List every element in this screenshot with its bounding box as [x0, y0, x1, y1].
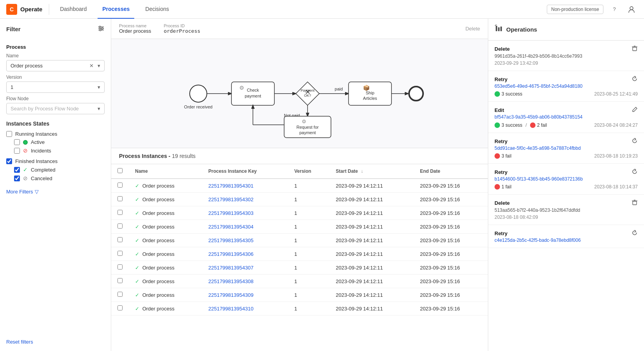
- row-select-checkbox[interactable]: [117, 183, 123, 188]
- row-select-checkbox[interactable]: [117, 196, 123, 201]
- process-instance-link[interactable]: 2251799813954308: [208, 278, 254, 284]
- filter-settings-icon[interactable]: [98, 25, 105, 33]
- row-key[interactable]: 2251799813954306: [202, 247, 288, 261]
- row-version: 1: [288, 247, 329, 261]
- app-logo[interactable]: C Operate: [6, 4, 49, 15]
- completed-checkbox[interactable]: ✓ Completed: [14, 165, 105, 174]
- row-key[interactable]: 2251799813954305: [202, 234, 288, 247]
- row-select-checkbox[interactable]: [117, 223, 123, 229]
- row-end-date: 2023-09-29 15:16: [414, 302, 488, 316]
- process-instance-link[interactable]: 2251799813954304: [208, 224, 254, 230]
- more-filters-button[interactable]: More Filters ▽: [6, 189, 105, 195]
- row-select-checkbox[interactable]: [117, 305, 123, 310]
- version-select[interactable]: 1 ▾: [6, 82, 105, 93]
- row-key[interactable]: 2251799813954304: [202, 220, 288, 234]
- clear-process-icon[interactable]: ✕: [89, 63, 94, 69]
- row-name: ✓ Order process: [129, 234, 202, 247]
- row-key[interactable]: 2251799813954307: [202, 261, 288, 275]
- row-checkbox-cell[interactable]: [111, 220, 129, 234]
- sidebar-title: Filter: [6, 26, 21, 32]
- process-name-value: Order process: [11, 63, 43, 69]
- row-key[interactable]: 2251799813954310: [202, 302, 288, 316]
- running-instances-checkbox[interactable]: Running Instances: [6, 130, 105, 138]
- row-key[interactable]: 2251799813954302: [202, 193, 288, 206]
- reset-filters-button[interactable]: Reset filters: [6, 330, 105, 345]
- row-end-date: 2023-09-29 15:16: [414, 206, 488, 220]
- row-select-checkbox[interactable]: [117, 292, 123, 297]
- help-button[interactable]: ?: [608, 3, 621, 16]
- process-instance-link[interactable]: 2251799813954310: [208, 306, 254, 312]
- op-type: Edit: [495, 107, 504, 113]
- row-name: ✓ Order process: [129, 220, 202, 234]
- process-instance-link[interactable]: 2251799813954309: [208, 292, 254, 298]
- completed-input[interactable]: [14, 167, 20, 173]
- chevron-down-icon: ▾: [98, 63, 100, 69]
- active-input[interactable]: [14, 139, 20, 145]
- process-instance-link[interactable]: 2251799813954305: [208, 238, 254, 243]
- row-end-date: 2023-09-29 15:16: [414, 234, 488, 247]
- row-key[interactable]: 2251799813954303: [202, 206, 288, 220]
- row-select-checkbox[interactable]: [117, 210, 123, 215]
- canceled-input[interactable]: [14, 176, 20, 181]
- retry-operation-icon[interactable]: [632, 138, 638, 145]
- incidents-label: Incidents: [31, 148, 51, 154]
- start-date-column-header[interactable]: Start Date ↓: [329, 164, 414, 179]
- finished-instances-checkbox[interactable]: Finished Instances: [6, 157, 105, 165]
- row-checkbox-cell[interactable]: [111, 247, 129, 261]
- retry-operation-icon[interactable]: [632, 76, 638, 83]
- completed-status-icon: ✓: [135, 251, 139, 257]
- delete-operation-icon[interactable]: [632, 45, 638, 53]
- row-select-checkbox[interactable]: [117, 264, 123, 269]
- process-instance-link[interactable]: 2251799813954302: [208, 197, 254, 202]
- finished-sub-items: ✓ Completed ⊘ Canceled: [6, 165, 105, 183]
- delete-operation-icon[interactable]: [632, 199, 638, 207]
- row-select-checkbox[interactable]: [117, 251, 123, 256]
- op-link[interactable]: 653ed5e6-49ed-4675-85bf-2c54a94d8180: [495, 83, 583, 89]
- process-name-select[interactable]: Order process ✕ ▾: [6, 60, 105, 71]
- running-instances-input[interactable]: [6, 131, 12, 137]
- active-checkbox[interactable]: Active: [14, 138, 105, 146]
- row-checkbox-cell[interactable]: [111, 179, 129, 193]
- license-badge[interactable]: Non-production license: [547, 5, 603, 14]
- operations-title: Operations: [506, 26, 537, 33]
- op-link[interactable]: bf547ac3-9a35-45b9-ab06-b80b43785154: [495, 114, 583, 120]
- incidents-input[interactable]: [14, 148, 20, 154]
- process-instance-link[interactable]: 2251799813954307: [208, 265, 254, 271]
- nav-item-dashboard[interactable]: Dashboard: [55, 0, 92, 19]
- canceled-checkbox[interactable]: ⊘ Canceled: [14, 174, 105, 183]
- select-all-checkbox[interactable]: [117, 168, 123, 173]
- retry-operation-icon[interactable]: [632, 168, 638, 176]
- edit-operation-icon[interactable]: [632, 106, 638, 114]
- row-checkbox-cell[interactable]: [111, 261, 129, 275]
- row-version: 1: [288, 193, 329, 206]
- op-link[interactable]: b1454600-5f13-4365-bb45-960e8372136b: [495, 176, 583, 182]
- finished-instances-input[interactable]: [6, 158, 12, 164]
- version-field-label: Version: [6, 74, 105, 80]
- process-instance-link[interactable]: 2251799813954306: [208, 251, 254, 257]
- op-link[interactable]: 5dd91cae-5f0c-4e35-a698-5a7887c4fbbd: [495, 145, 581, 151]
- process-instance-link[interactable]: 2251799813954303: [208, 210, 254, 216]
- flow-node-select[interactable]: Search by Process Flow Node ▾: [6, 103, 105, 114]
- row-key[interactable]: 2251799813954301: [202, 179, 288, 193]
- incidents-checkbox[interactable]: ⊘ Incidents: [14, 146, 105, 155]
- process-instance-link[interactable]: 2251799813954301: [208, 183, 254, 189]
- user-button[interactable]: [625, 3, 638, 16]
- row-key[interactable]: 2251799813954308: [202, 275, 288, 288]
- row-checkbox-cell[interactable]: [111, 206, 129, 220]
- op-entry-header: Edit: [495, 106, 638, 114]
- delete-button[interactable]: Delete: [465, 26, 480, 32]
- op-link[interactable]: c4e125da-2b5c-42f5-badc-9a78ebd8f006: [495, 238, 581, 243]
- row-select-checkbox[interactable]: [117, 278, 123, 283]
- row-checkbox-cell[interactable]: [111, 288, 129, 302]
- nav-item-decisions[interactable]: Decisions: [141, 0, 174, 19]
- row-checkbox-cell[interactable]: [111, 234, 129, 247]
- process-name-label: Process name: [119, 23, 151, 28]
- nav-item-processes[interactable]: Processes: [98, 0, 134, 19]
- row-key[interactable]: 2251799813954309: [202, 288, 288, 302]
- row-checkbox-cell[interactable]: [111, 275, 129, 288]
- row-select-checkbox[interactable]: [117, 237, 123, 242]
- select-all-header[interactable]: [111, 164, 129, 179]
- row-checkbox-cell[interactable]: [111, 302, 129, 316]
- row-checkbox-cell[interactable]: [111, 193, 129, 206]
- retry-operation-icon[interactable]: [632, 230, 638, 237]
